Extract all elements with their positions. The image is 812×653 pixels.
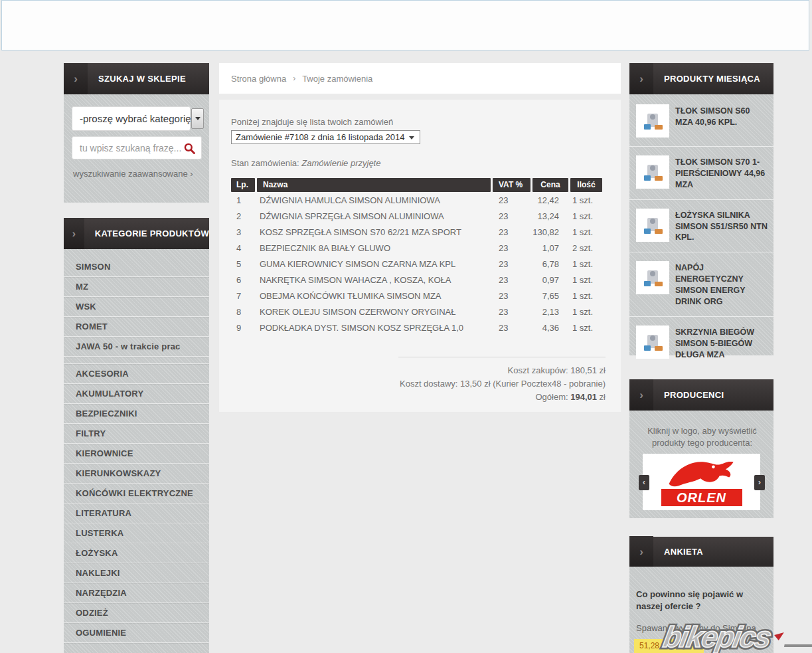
sidebar-category-item[interactable]: ROMET	[64, 317, 209, 337]
product-of-month-item[interactable]: ŁOŻYSKA SILNIKA SIMSON S51/SR50 NTN KPL.	[629, 200, 773, 253]
producers-module-title: PRODUCENCI	[664, 390, 724, 400]
sidebar-category-item[interactable]: AKUMULATORY	[64, 384, 209, 404]
cell-price: 2,13	[532, 307, 568, 317]
cell-qty: 1 szt.	[570, 227, 602, 237]
sidebar-category-item[interactable]: JAWA 50 - w trakcie prac	[64, 337, 209, 357]
sidebar-category-item[interactable]: AKCESORIA	[64, 364, 209, 384]
sidebar-category-item[interactable]: KOŃCÓWKI ELEKTRYCZNE	[64, 484, 209, 504]
cell-lp: 8	[231, 307, 255, 317]
cell-qty: 1 szt.	[570, 211, 602, 221]
poll-module-title: ANKIETA	[664, 547, 703, 557]
sidebar-category-item[interactable]: OGUMIENIE	[64, 623, 209, 643]
cell-product-name[interactable]: GUMA KIEROWNICY SIMSON CZARNA MZA KPL	[257, 259, 491, 269]
product-thumbnail	[636, 326, 669, 359]
categories-module-header: › KATEGORIE PRODUKTÓW	[64, 218, 209, 249]
sidebar-category-item[interactable]: MZ	[64, 277, 209, 297]
table-row: 3 KOSZ SPRZĘGŁA SIMSON S70 62/21 MZA SPO…	[231, 224, 604, 240]
top-banner	[1, 0, 809, 50]
product-of-month-item[interactable]: TŁOK SIMSON S70 1-PIERŚCIENIOWY 44,96 MZ…	[629, 147, 773, 200]
orders-content: Poniżej znajduje się lista twoich zamówi…	[219, 100, 621, 412]
product-title: ŁOŻYSKA SILNIKA SIMSON S51/SR50 NTN KPL.	[675, 209, 770, 244]
table-row: 4 BEZPIECZNIK 8A BIAŁY GLUWO 23 1,07 2 s…	[231, 240, 604, 256]
search-module-body: -proszę wybrać kategorię - wyszukiwanie …	[64, 94, 209, 203]
category-select-arrow-button[interactable]	[191, 108, 204, 129]
chevron-right-icon: ›	[629, 379, 653, 411]
chevron-down-icon	[409, 136, 414, 140]
sidebar-category-item[interactable]: WSK	[64, 297, 209, 317]
product-thumbnail-image	[639, 328, 667, 356]
product-of-month-item[interactable]: TŁOK SIMSON S60 MZA 40,96 KPL.	[629, 96, 773, 147]
sidebar-category-item[interactable]: KIEROWNICE	[64, 444, 209, 464]
producers-module-header: › PRODUCENCI	[629, 379, 773, 411]
cell-price: 7,65	[532, 291, 568, 301]
products-module-title: PRODUKTY MIESIĄCA	[664, 74, 760, 84]
poll-result-bar: 51,28 %	[634, 639, 704, 653]
search-icon[interactable]	[184, 143, 195, 154]
breadcrumb-home-link[interactable]: Strona główna	[231, 74, 286, 84]
sidebar-category-item[interactable]: SIMSON	[64, 257, 209, 277]
breadcrumb-separator: ›	[293, 74, 295, 83]
cell-lp: 4	[231, 243, 255, 253]
cell-vat: 23	[493, 323, 530, 333]
poll-module-header: › ANKIETA	[629, 537, 773, 567]
cell-product-name[interactable]: BEZPIECZNIK 8A BIAŁY GLUWO	[257, 243, 491, 253]
cell-price: 1,07	[532, 243, 568, 253]
product-thumbnail-image	[639, 107, 667, 135]
cell-product-name[interactable]: NAKRĘTKA SIMSON WAHACZA , KOSZA, KOŁA	[257, 275, 491, 285]
cell-qty: 1 szt.	[570, 307, 602, 317]
products-module-header: › PRODUKTY MIESIĄCA	[629, 63, 773, 94]
cell-product-name[interactable]: PODKŁADKA DYST. SIMSON KOSZ SPRZĘGŁA 1,0	[257, 323, 491, 333]
search-input[interactable]	[72, 137, 182, 159]
cell-qty: 1 szt.	[570, 323, 602, 333]
product-of-month-item[interactable]: NAPÓJ ENERGETYCZNY SIMSON ENERGY DRINK O…	[629, 252, 773, 317]
summary-delivery-value: 13,50 zł (Kurier Pocztex48 - pobranie)	[460, 379, 606, 389]
summary-total-value: 194,01	[570, 392, 597, 402]
sidebar-category-item[interactable]: NARZĘDZIA	[64, 583, 209, 603]
table-row: 9 PODKŁADKA DYST. SIMSON KOSZ SPRZĘGŁA 1…	[231, 320, 604, 335]
product-of-month-item[interactable]: SKRZYNIA BIEGÓW SIMSON 5-BIEGÓW DŁUGA MZ…	[629, 317, 773, 369]
order-select[interactable]: Zamówienie #7108 z dnia 16 listopada 201…	[231, 130, 420, 144]
table-row: 8 KOREK OLEJU SIMSON CZERWONY ORYGINAŁ 2…	[231, 304, 604, 320]
sidebar-category-item[interactable]: LITERATURA	[64, 504, 209, 523]
producer-logo-orlen[interactable]: ORLEN	[643, 454, 760, 510]
cell-lp: 5	[231, 259, 255, 269]
summary-divider	[398, 357, 606, 357]
search-module-header: › SZUKAJ W SKLEPIE	[64, 63, 209, 94]
chevron-right-icon: ›	[629, 63, 653, 94]
cell-lp: 3	[231, 227, 255, 237]
table-row: 2 DŹWIGNIA SPRZĘGŁA SIMSON ALUMINIOWA 23…	[231, 208, 604, 224]
orlen-eagle-icon	[662, 458, 742, 488]
sidebar-category-item[interactable]: LUSTERKA	[64, 523, 209, 543]
cell-product-name[interactable]: OBEJMA KOŃCÓWKI TŁUMIKA SIMSON MZA	[257, 291, 491, 301]
carousel-next-button[interactable]: ›	[754, 475, 765, 490]
search-field-wrap	[72, 136, 202, 159]
cell-product-name[interactable]: KOREK OLEJU SIMSON CZERWONY ORYGINAŁ	[257, 307, 491, 317]
sidebar-category-item[interactable]: NAKLEJKI	[64, 563, 209, 583]
producers-module-body: Kliknij w logo, aby wyświetlić produkty …	[629, 411, 773, 518]
sidebar-category-item[interactable]: FILTRY	[64, 424, 209, 444]
cell-vat: 23	[493, 259, 530, 269]
table-row: 7 OBEJMA KOŃCÓWKI TŁUMIKA SIMSON MZA 23 …	[231, 288, 604, 304]
header-name: Nazwa	[257, 178, 491, 192]
order-summary: Koszt zakupów: 180,51 zł Koszt dostawy: …	[400, 364, 606, 404]
cell-qty: 2 szt.	[570, 243, 602, 253]
cell-lp: 1	[231, 195, 255, 205]
sidebar-category-item[interactable]: ŁOŻYSKA	[64, 543, 209, 563]
sidebar-category-item[interactable]: BEZPIECZNIKI	[64, 404, 209, 424]
sidebar-category-item[interactable]: KIERUNKOWSKAZY	[64, 464, 209, 484]
cell-product-name[interactable]: DŹWIGNIA HAMULCA SIMSON ALUMINIOWA	[257, 195, 491, 205]
summary-purchase-value: 180,51 zł	[570, 365, 606, 375]
cell-qty: 1 szt.	[570, 259, 602, 269]
sidebar-category-item[interactable]: ODZIEŻ	[64, 603, 209, 623]
cell-qty: 1 szt.	[570, 291, 602, 301]
category-select-value[interactable]: -proszę wybrać kategorię -	[72, 106, 191, 131]
summary-purchase-line: Koszt zakupów: 180,51 zł	[400, 364, 606, 377]
carousel-prev-button[interactable]: ‹	[639, 475, 649, 490]
product-thumbnail	[636, 155, 669, 189]
category-select[interactable]: -proszę wybrać kategorię -	[72, 106, 202, 131]
category-list-brands: SIMSONMZWSKROMETJAWA 50 - w trakcie prac	[64, 257, 209, 357]
cell-vat: 23	[493, 243, 530, 253]
cell-product-name[interactable]: KOSZ SPRZĘGŁA SIMSON S70 62/21 MZA SPORT	[257, 227, 491, 237]
cell-product-name[interactable]: DŹWIGNIA SPRZĘGŁA SIMSON ALUMINIOWA	[257, 211, 491, 221]
advanced-search-link[interactable]: wyszukiwanie zaawansowane ›	[73, 169, 193, 179]
